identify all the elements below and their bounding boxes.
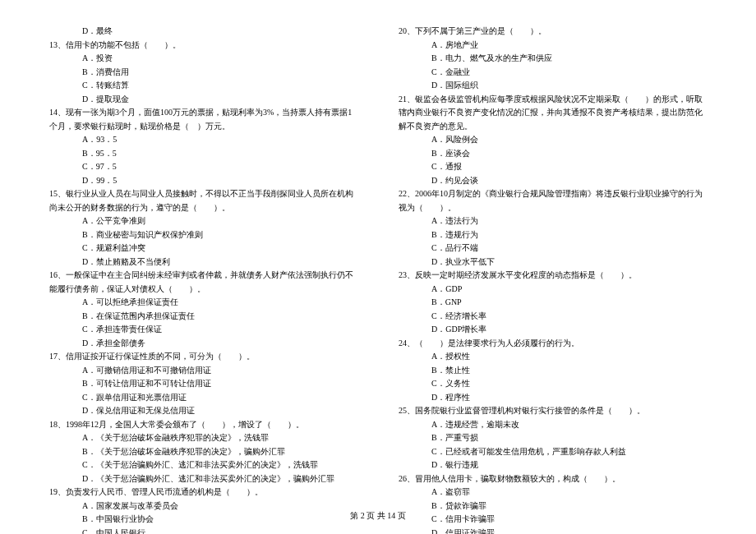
q25: 25、国务院银行业监督管理机构对银行实行接管的条件是（ ）。 xyxy=(399,404,707,418)
q20: 20、下列不属于第三产业的是（ ）。 xyxy=(399,25,707,39)
q26-option-a: A．盗窃罪 xyxy=(399,486,707,499)
q21-option-c: C．通报 xyxy=(399,160,707,174)
q14: 14、现有一张为期3个月，面值100万元的票据，贴现利率为3%，当持票人持有票据… xyxy=(49,106,357,133)
q17: 17、信用证按开证行保证性质的不同，可分为（ ）。 xyxy=(49,350,357,364)
q16-option-a: A．可以拒绝承担保证责任 xyxy=(49,296,357,310)
right-column: 20、下列不属于第三产业的是（ ）。 A．房地产业 B．电力、燃气及水的生产和供… xyxy=(399,25,707,534)
q23-option-a: A．GDP xyxy=(399,283,707,297)
q13-option-d: D．提取现金 xyxy=(49,93,357,107)
q13-option-a: A．投资 xyxy=(49,52,357,66)
q24: 24、（ ）是法律要求行为人必须履行的行为。 xyxy=(399,337,707,351)
q21-option-d: D．约见会谈 xyxy=(399,174,707,188)
q24-option-c: C．义务性 xyxy=(399,377,707,391)
q22-option-a: A．违法行为 xyxy=(399,214,707,228)
q20-option-d: D．国际组织 xyxy=(399,79,707,93)
q15-option-b: B．商业秘密与知识产权保护准则 xyxy=(49,228,357,242)
q15: 15、银行业从业人员在与同业人员接触时，不得以不正当手段削探同业人员所在机构尚未… xyxy=(49,187,357,214)
q12-option-d: D．最终 xyxy=(49,25,357,39)
q26-option-d: D．信用证诈骗罪 xyxy=(399,527,707,535)
q24-option-b: B．禁止性 xyxy=(399,364,707,378)
q25-option-c: C．已经或者可能发生信用危机，严重影响存款人利益 xyxy=(399,445,707,459)
q25-option-a: A．违规经营，逾期未改 xyxy=(399,418,707,432)
q18-option-a: A．《关于惩治破坏金融秩序犯罪的决定》，洗钱罪 xyxy=(49,431,357,445)
left-column: D．最终 13、信用卡的功能不包括（ ）。 A．投资 B．消费信用 C．转账结算… xyxy=(49,25,357,534)
q20-option-a: A．房地产业 xyxy=(399,39,707,53)
q23-option-c: C．经济增长率 xyxy=(399,310,707,324)
q17-option-a: A．可撤销信用证和不可撤销信用证 xyxy=(49,364,357,378)
q22-option-d: D．执业水平低下 xyxy=(399,255,707,269)
q21-option-a: A．风险例会 xyxy=(399,133,707,147)
q21: 21、银监会各级监管机构应每季度或根据风险状况不定期采取（ ）的形式，听取辖内商… xyxy=(399,93,707,134)
q13-option-c: C．转账结算 xyxy=(49,79,357,93)
q24-option-d: D．程序性 xyxy=(399,391,707,405)
q25-option-b: B．严重亏损 xyxy=(399,431,707,445)
q17-option-b: B．可转让信用证和不可转让信用证 xyxy=(49,377,357,391)
q13: 13、信用卡的功能不包括（ ）。 xyxy=(49,39,357,53)
page-footer: 第 2 页 共 14 页 xyxy=(0,510,756,522)
q16-option-c: C．承担连带责任保证 xyxy=(49,323,357,337)
q15-option-d: D．禁止贿赂及不当便利 xyxy=(49,255,357,269)
q16-option-d: D．承担全部债务 xyxy=(49,337,357,351)
q14-option-b: B．95．5 xyxy=(49,147,357,161)
q23-option-b: B．GNP xyxy=(399,296,707,310)
q20-option-c: C．金融业 xyxy=(399,66,707,80)
q17-option-d: D．保兑信用证和无保兑信用证 xyxy=(49,404,357,418)
q16: 16、一般保证中在主合同纠纷未经审判或者仲裁，并就债务人财产依法强制执行仍不能履… xyxy=(49,269,357,296)
q13-option-b: B．消费信用 xyxy=(49,66,357,80)
q22-option-c: C．品行不端 xyxy=(399,242,707,255)
q19: 19、负责发行人民币、管理人民币流通的机构是（ ）。 xyxy=(49,486,357,499)
q23: 23、反映一定时期经济发展水平变化程度的动态指标是（ ）。 xyxy=(399,269,707,283)
q14-option-a: A．93．5 xyxy=(49,133,357,147)
q17-option-c: C．跟单信用证和光票信用证 xyxy=(49,391,357,405)
q14-option-c: C．97．5 xyxy=(49,160,357,174)
q18-option-c: C．《关于惩治骗购外汇、逃汇和非法买卖外汇的决定》，洗钱罪 xyxy=(49,458,357,472)
q18: 18、1998年12月，全国人大常委会颁布了（ ），增设了（ ）。 xyxy=(49,418,357,432)
q26: 26、冒用他人信用卡，骗取财物数额较大的，构成（ ）。 xyxy=(399,472,707,486)
q15-option-a: A．公平竞争准则 xyxy=(49,214,357,228)
q24-option-a: A．授权性 xyxy=(399,350,707,364)
q22-option-b: B．违规行为 xyxy=(399,228,707,242)
q22: 22、2006年10月制定的《商业银行合规风险管理指南》将违反银行业职业操守的行… xyxy=(399,187,707,214)
q20-option-b: B．电力、燃气及水的生产和供应 xyxy=(399,52,707,66)
q23-option-d: D．GDP增长率 xyxy=(399,323,707,337)
q14-option-d: D．99．5 xyxy=(49,174,357,188)
q25-option-d: D．银行违规 xyxy=(399,458,707,472)
q15-option-c: C．规避利益冲突 xyxy=(49,242,357,255)
q18-option-d: D．《关于惩治骗购外汇、逃汇和非法买卖外汇的决定》，骗购外汇罪 xyxy=(49,472,357,486)
q19-option-c: C．中国人民银行 xyxy=(49,527,357,535)
q21-option-b: B．座谈会 xyxy=(399,147,707,161)
q18-option-b: B．《关于惩治破坏金融秩序犯罪的决定》，骗购外汇罪 xyxy=(49,445,357,459)
q16-option-b: B．在保证范围内承担保证责任 xyxy=(49,310,357,324)
